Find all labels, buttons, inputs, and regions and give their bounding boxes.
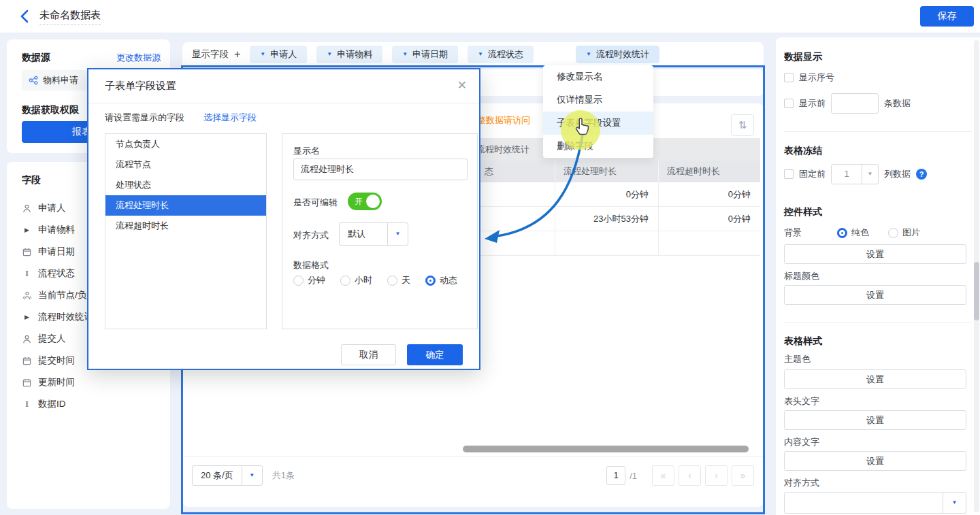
page: 未命名数据表 保存 数据源 更改数据源 物料申请 数据获取权限 报表 字段 申请… <box>0 0 980 515</box>
theme-color-label: 主题色 <box>784 353 811 365</box>
modal-list-item[interactable]: 流程节点 <box>105 154 266 175</box>
modal-list-item-selected[interactable]: 流程处理时长 <box>105 195 266 216</box>
perm-title: 数据获取权限 <box>22 104 79 116</box>
format-option-hour[interactable]: 小时 <box>340 274 372 286</box>
align-style-label: 对齐方式 <box>784 477 819 489</box>
format-radio-group: 分钟 小时 天 动态 <box>293 274 457 286</box>
menu-item-rename[interactable]: 修改显示名 <box>543 65 653 88</box>
field-item[interactable]: 更新时间 <box>22 371 170 393</box>
chevron-down-icon: ▼ <box>478 51 483 57</box>
radio-icon-selected <box>425 276 436 286</box>
save-button[interactable]: 保存 <box>920 6 974 27</box>
next-page-button[interactable]: › <box>705 465 728 486</box>
calendar-icon <box>22 378 32 387</box>
format-label: 数据格式 <box>293 259 329 271</box>
format-option-dynamic[interactable]: 动态 <box>425 274 457 286</box>
pagination-bar: 20 条/页 ▼ 共1条 1 /1 « ‹ › » <box>192 460 754 491</box>
page-size-select[interactable]: 20 条/页 ▼ <box>192 465 263 486</box>
title-color-set-button[interactable]: 设置 <box>784 285 966 305</box>
top-bar: 未命名数据表 保存 <box>0 0 980 33</box>
radio-icon <box>340 276 350 286</box>
panel-scrollbar-thumb[interactable] <box>974 262 979 320</box>
close-icon[interactable]: ✕ <box>457 78 467 93</box>
content-text-label: 内容文字 <box>784 436 819 448</box>
table-freeze-title: 表格冻结 <box>784 145 822 157</box>
modal-title: 子表单字段设置 <box>105 80 176 93</box>
field-chip-active[interactable]: ▼流程时效统计 <box>576 46 659 63</box>
menu-item-delete[interactable]: 删除字段 <box>543 135 653 158</box>
divider <box>182 456 764 457</box>
bg-solid-option[interactable]: 纯色 <box>837 227 869 239</box>
back-icon[interactable] <box>18 9 33 24</box>
freeze-checkbox[interactable] <box>784 169 794 179</box>
align-style-select[interactable]: ▼ <box>784 492 966 514</box>
field-chip[interactable]: ▼申请日期 <box>392 46 458 63</box>
field-chip[interactable]: ▼申请人 <box>250 46 307 63</box>
editable-label: 是否可编辑 <box>293 197 338 209</box>
modal-hint: 请设置需显示的字段 <box>105 112 184 124</box>
chevron-down-icon: ▼ <box>402 51 408 57</box>
select-display-fields-link[interactable]: 选择显示字段 <box>203 112 257 124</box>
freeze-row: 固定前 1▼ 列数据 ? <box>784 164 927 184</box>
chevron-down-icon: ▼ <box>943 493 966 513</box>
triangle-icon: ▶ <box>22 314 32 320</box>
divider <box>784 131 972 132</box>
radio-icon <box>387 276 397 286</box>
show-index-row: 显示序号 <box>784 71 834 84</box>
freeze-count-select[interactable]: 1▼ <box>831 164 879 184</box>
add-field-icon[interactable]: + <box>234 48 240 61</box>
sort-icon[interactable]: ⇅ <box>731 114 754 136</box>
modal-list-item[interactable]: 节点负责人 <box>105 134 266 154</box>
chevron-down-icon: ▼ <box>242 466 262 485</box>
show-index-checkbox[interactable] <box>784 73 794 82</box>
editable-toggle[interactable]: 开 <box>348 193 382 210</box>
menu-item-detail-only[interactable]: 仅详情显示 <box>543 88 653 112</box>
page-number-input[interactable]: 1 <box>606 466 625 485</box>
cancel-button[interactable]: 取消 <box>341 344 396 365</box>
field-chip[interactable]: ▼申请物料 <box>316 46 382 63</box>
format-option-minute[interactable]: 分钟 <box>293 274 325 286</box>
page-total: /1 <box>630 471 637 481</box>
modal-list-item[interactable]: 处理状态 <box>105 175 266 195</box>
column-header[interactable]: 流程超时时长 <box>658 161 760 182</box>
text-icon: I <box>22 399 32 410</box>
people-icon <box>22 291 32 300</box>
change-datasource-link[interactable]: 更改数据源 <box>116 52 161 64</box>
confirm-button[interactable]: 确定 <box>407 344 463 365</box>
field-context-menu: 修改显示名 仅详情显示 子表单字段设置 删除字段 <box>543 65 653 158</box>
first-page-button[interactable]: « <box>652 465 674 486</box>
format-option-day[interactable]: 天 <box>387 274 410 286</box>
align-select[interactable]: 默认 ▼ <box>339 222 408 246</box>
help-icon[interactable]: ? <box>916 169 927 180</box>
settings-panel: 数据显示 显示序号 显示前 条数据 表格冻结 固定前 1▼ 列数据 ? 控件样式… <box>776 37 980 515</box>
last-page-button[interactable]: » <box>732 465 754 486</box>
display-name-input[interactable] <box>293 159 468 180</box>
show-first-checkbox[interactable] <box>784 99 794 108</box>
header-text-set-button[interactable]: 设置 <box>784 410 966 430</box>
bg-image-option[interactable]: 图片 <box>888 227 920 239</box>
field-item[interactable]: I数据ID <box>22 393 170 415</box>
background-row: 背景 纯色 图片 <box>784 227 920 239</box>
total-count: 共1条 <box>272 469 295 482</box>
content-text-set-button[interactable]: 设置 <box>784 451 966 471</box>
prev-page-button[interactable]: ‹ <box>679 465 701 486</box>
menu-item-subform-settings[interactable]: 子表单字段设置 <box>543 112 653 135</box>
column-header[interactable]: 流程处理时长 <box>555 161 658 182</box>
chevron-down-icon: ▼ <box>862 165 878 184</box>
background-set-button[interactable]: 设置 <box>784 244 966 264</box>
show-first-count-input[interactable] <box>831 93 879 114</box>
chevron-down-icon: ▼ <box>586 51 591 57</box>
datasource-title: 数据源 <box>22 52 50 64</box>
table-style-title: 表格样式 <box>784 335 822 348</box>
radio-icon <box>293 276 304 286</box>
field-chip[interactable]: ▼流程状态 <box>468 46 534 63</box>
radio-icon-selected <box>837 228 847 238</box>
modal-list-item[interactable]: 流程超时时长 <box>105 216 266 236</box>
calendar-icon <box>22 248 32 256</box>
align-label: 对齐方式 <box>293 229 329 242</box>
modal-field-list: 节点负责人 流程节点 处理状态 流程处理时长 流程超时时长 <box>105 133 267 329</box>
modal-field-form: 显示名 是否可编辑 开 对齐方式 默认 ▼ 数据格式 分钟 小时 天 动态 <box>282 133 478 329</box>
theme-color-set-button[interactable]: 设置 <box>784 369 966 389</box>
horizontal-scrollbar[interactable] <box>463 446 749 452</box>
page-title[interactable]: 未命名数据表 <box>39 9 101 25</box>
